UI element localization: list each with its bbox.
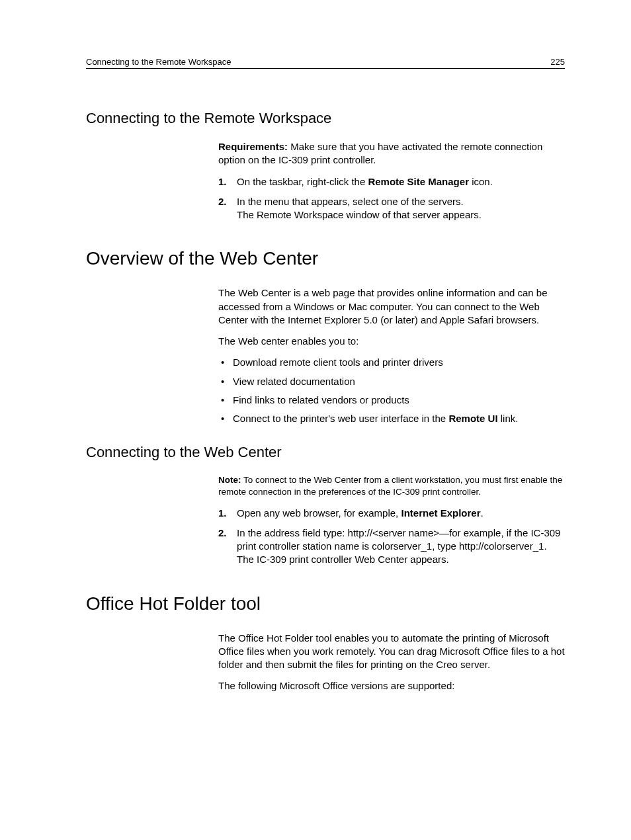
bullet-text-a: Connect to the printer's web user interf… [233,413,448,424]
heading-connecting-remote-workspace: Connecting to the Remote Workspace [86,110,565,127]
step-text-c: . [481,507,484,519]
steps-list-1: 1. On the taskbar, right-click the Remot… [218,175,565,222]
bullet-text-c: link. [498,413,519,424]
bullet-item: Download remote client tools and printer… [218,356,565,369]
bullet-list: Download remote client tools and printer… [218,356,565,425]
step-number: 1. [218,175,227,189]
running-header-title: Connecting to the Remote Workspace [86,57,231,67]
step-text-a: Open any web browser, for example, [237,507,401,519]
heading-overview-web-center: Overview of the Web Center [86,248,565,269]
step-2: 2. In the address field type: http://<se… [218,526,565,567]
step-number: 1. [218,507,227,520]
step-result: The IC-309 print controller Web Center a… [237,554,449,565]
page-header: Connecting to the Remote Workspace 225 [86,57,565,69]
paragraph: The Office Hot Folder tool enables you t… [218,632,565,672]
bullet-item: View related documentation [218,375,565,388]
section-4-content: The Office Hot Folder tool enables you t… [218,632,565,693]
step-2: 2. In the menu that appears, select one … [218,195,565,222]
note-label: Note: [218,475,241,485]
bullet-text-bold: Remote UI [448,413,497,424]
step-1: 1. On the taskbar, right-click the Remot… [218,175,565,189]
step-text: In the menu that appears, select one of … [237,196,464,207]
paragraph: The Web center enables you to: [218,335,565,348]
step-number: 2. [218,526,227,540]
note-text: To connect to the Web Center from a clie… [218,475,562,497]
step-number: 2. [218,195,227,208]
section-3-content: Note: To connect to the Web Center from … [218,474,565,566]
note-paragraph: Note: To connect to the Web Center from … [218,474,565,498]
requirements-label: Requirements: [218,141,288,152]
step-text-bold: Internet Explorer [401,507,480,519]
paragraph: The following Microsoft Office versions … [218,679,565,693]
document-page: Connecting to the Remote Workspace 225 C… [0,0,631,741]
step-text-c: icon. [469,176,493,187]
heading-connecting-web-center: Connecting to the Web Center [86,444,565,461]
steps-list-2: 1. Open any web browser, for example, In… [218,507,565,567]
step-text-a: On the taskbar, right-click the [237,176,368,187]
bullet-item: Find links to related vendors or product… [218,394,565,407]
requirements-paragraph: Requirements: Make sure that you have ac… [218,140,565,167]
step-text-bold: Remote Site Manager [368,176,469,187]
heading-office-hot-folder: Office Hot Folder tool [86,593,565,614]
section-1-content: Requirements: Make sure that you have ac… [218,140,565,222]
page-number: 225 [550,57,565,67]
bullet-item: Connect to the printer's web user interf… [218,412,565,425]
step-1: 1. Open any web browser, for example, In… [218,507,565,520]
paragraph: The Web Center is a web page that provid… [218,286,565,327]
step-result: The Remote Workspace window of that serv… [237,209,482,220]
section-2-content: The Web Center is a web page that provid… [218,286,565,425]
step-text: In the address field type: http://<serve… [237,527,560,552]
